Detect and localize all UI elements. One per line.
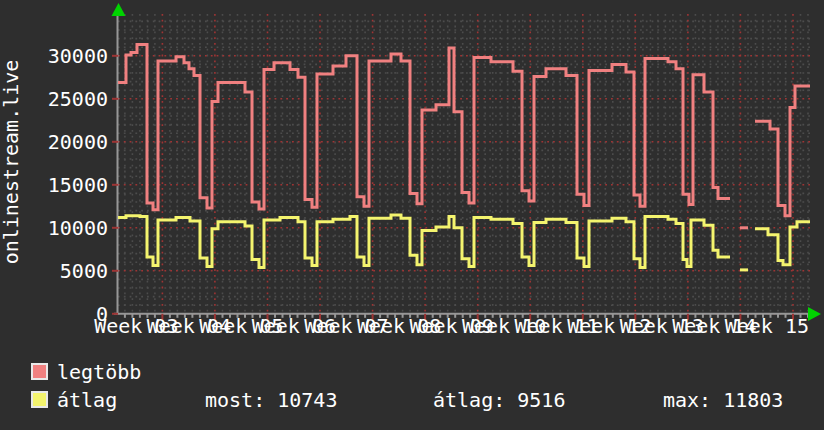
stat-atlag: átlag: 9516 bbox=[433, 390, 565, 410]
y-tick-label: 30000 bbox=[36, 46, 108, 66]
legend-label-atlag: átlag bbox=[57, 390, 117, 410]
legend-label-legtobb: legtöbb bbox=[57, 362, 141, 382]
axis-arrows bbox=[112, 3, 822, 321]
y-tick-label: 20000 bbox=[36, 132, 108, 152]
series-line-legtobb bbox=[118, 45, 730, 210]
stat-max: max: 11803 bbox=[663, 390, 783, 410]
x-tick-label: Week 15 bbox=[702, 316, 824, 336]
rrdtool-graph: onlinestream.live 3000025000200001500010… bbox=[0, 0, 824, 430]
y-tick-label: 5000 bbox=[36, 261, 108, 281]
grid-major bbox=[118, 14, 810, 314]
legend-swatch-legtobb bbox=[31, 363, 48, 380]
grid-minor bbox=[118, 14, 810, 314]
y-axis-title: onlinestream.live bbox=[0, 12, 22, 312]
stat-most: most: 10743 bbox=[205, 390, 337, 410]
y-axis-arrow-icon bbox=[112, 3, 126, 16]
y-tick-label: 25000 bbox=[36, 89, 108, 109]
series-line-atlag bbox=[118, 215, 730, 268]
legend-swatch-atlag bbox=[31, 391, 48, 408]
y-tick-label: 10000 bbox=[36, 218, 108, 238]
y-tick-label: 15000 bbox=[36, 175, 108, 195]
